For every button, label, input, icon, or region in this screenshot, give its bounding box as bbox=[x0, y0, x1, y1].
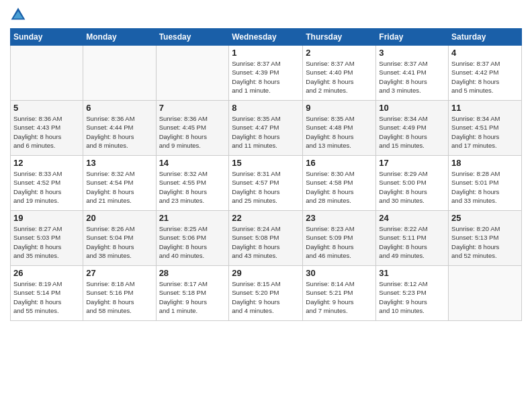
day-info: Sunrise: 8:34 AMSunset: 4:51 PMDaylight:… bbox=[451, 114, 519, 150]
calendar-cell: 24Sunrise: 8:22 AMSunset: 5:11 PMDayligh… bbox=[376, 211, 449, 266]
day-info: Sunrise: 8:37 AMSunset: 4:42 PMDaylight:… bbox=[451, 59, 519, 95]
day-info: Sunrise: 8:37 AMSunset: 4:41 PMDaylight:… bbox=[379, 59, 445, 95]
day-number: 23 bbox=[306, 213, 373, 223]
calendar-cell: 17Sunrise: 8:29 AMSunset: 5:00 PMDayligh… bbox=[376, 156, 449, 211]
calendar-cell: 12Sunrise: 8:33 AMSunset: 4:52 PMDayligh… bbox=[11, 156, 83, 211]
calendar-cell: 6Sunrise: 8:36 AMSunset: 4:44 PMDaylight… bbox=[83, 101, 156, 156]
calendar-cell: 27Sunrise: 8:18 AMSunset: 5:16 PMDayligh… bbox=[83, 266, 156, 321]
calendar-cell: 23Sunrise: 8:23 AMSunset: 5:09 PMDayligh… bbox=[303, 211, 376, 266]
calendar-cell: 5Sunrise: 8:36 AMSunset: 4:43 PMDaylight… bbox=[11, 101, 83, 156]
calendar-cell: 21Sunrise: 8:25 AMSunset: 5:06 PMDayligh… bbox=[156, 211, 229, 266]
calendar-cell: 28Sunrise: 8:17 AMSunset: 5:18 PMDayligh… bbox=[156, 266, 229, 321]
day-of-week-header: Wednesday bbox=[229, 29, 303, 46]
day-number: 13 bbox=[86, 158, 152, 168]
day-info: Sunrise: 8:12 AMSunset: 5:23 PMDaylight:… bbox=[379, 279, 445, 315]
calendar-cell: 29Sunrise: 8:15 AMSunset: 5:20 PMDayligh… bbox=[229, 266, 303, 321]
day-info: Sunrise: 8:34 AMSunset: 4:49 PMDaylight:… bbox=[379, 114, 445, 150]
day-info: Sunrise: 8:22 AMSunset: 5:11 PMDaylight:… bbox=[379, 224, 445, 260]
day-number: 7 bbox=[159, 103, 226, 113]
calendar-cell: 14Sunrise: 8:32 AMSunset: 4:55 PMDayligh… bbox=[156, 156, 229, 211]
day-number: 24 bbox=[379, 213, 445, 223]
calendar-cell bbox=[156, 46, 229, 101]
calendar-cell: 4Sunrise: 8:37 AMSunset: 4:42 PMDaylight… bbox=[449, 46, 522, 101]
day-number: 2 bbox=[306, 48, 373, 58]
day-info: Sunrise: 8:28 AMSunset: 5:01 PMDaylight:… bbox=[451, 169, 519, 205]
calendar-cell: 16Sunrise: 8:30 AMSunset: 4:58 PMDayligh… bbox=[303, 156, 376, 211]
day-info: Sunrise: 8:36 AMSunset: 4:45 PMDaylight:… bbox=[159, 114, 226, 150]
calendar-header-row: SundayMondayTuesdayWednesdayThursdayFrid… bbox=[11, 29, 522, 46]
calendar-week-row: 5Sunrise: 8:36 AMSunset: 4:43 PMDaylight… bbox=[11, 101, 522, 156]
calendar-cell: 2Sunrise: 8:37 AMSunset: 4:40 PMDaylight… bbox=[303, 46, 376, 101]
calendar-cell: 18Sunrise: 8:28 AMSunset: 5:01 PMDayligh… bbox=[449, 156, 522, 211]
day-number: 9 bbox=[306, 103, 373, 113]
calendar-cell: 19Sunrise: 8:27 AMSunset: 5:03 PMDayligh… bbox=[11, 211, 83, 266]
calendar-cell: 25Sunrise: 8:20 AMSunset: 5:13 PMDayligh… bbox=[449, 211, 522, 266]
day-info: Sunrise: 8:26 AMSunset: 5:04 PMDaylight:… bbox=[86, 224, 152, 260]
day-info: Sunrise: 8:37 AMSunset: 4:40 PMDaylight:… bbox=[306, 59, 373, 95]
day-info: Sunrise: 8:36 AMSunset: 4:44 PMDaylight:… bbox=[86, 114, 152, 150]
calendar-week-row: 1Sunrise: 8:37 AMSunset: 4:39 PMDaylight… bbox=[11, 46, 522, 101]
day-number: 28 bbox=[159, 268, 226, 278]
day-info: Sunrise: 8:32 AMSunset: 4:54 PMDaylight:… bbox=[86, 169, 152, 205]
calendar-week-row: 19Sunrise: 8:27 AMSunset: 5:03 PMDayligh… bbox=[11, 211, 522, 266]
day-of-week-header: Tuesday bbox=[156, 29, 229, 46]
calendar-cell: 1Sunrise: 8:37 AMSunset: 4:39 PMDaylight… bbox=[229, 46, 303, 101]
day-number: 15 bbox=[232, 158, 300, 168]
day-info: Sunrise: 8:27 AMSunset: 5:03 PMDaylight:… bbox=[13, 224, 80, 260]
page-container: SundayMondayTuesdayWednesdayThursdayFrid… bbox=[0, 0, 532, 328]
day-number: 12 bbox=[13, 158, 80, 168]
day-info: Sunrise: 8:15 AMSunset: 5:20 PMDaylight:… bbox=[232, 279, 300, 315]
day-info: Sunrise: 8:18 AMSunset: 5:16 PMDaylight:… bbox=[86, 279, 152, 315]
day-info: Sunrise: 8:36 AMSunset: 4:43 PMDaylight:… bbox=[13, 114, 80, 150]
day-info: Sunrise: 8:14 AMSunset: 5:21 PMDaylight:… bbox=[306, 279, 373, 315]
day-of-week-header: Sunday bbox=[11, 29, 83, 46]
calendar-week-row: 12Sunrise: 8:33 AMSunset: 4:52 PMDayligh… bbox=[11, 156, 522, 211]
calendar-cell: 3Sunrise: 8:37 AMSunset: 4:41 PMDaylight… bbox=[376, 46, 449, 101]
calendar-cell bbox=[83, 46, 156, 101]
logo-icon bbox=[10, 7, 26, 23]
day-number: 29 bbox=[232, 268, 300, 278]
header bbox=[10, 7, 522, 23]
day-number: 30 bbox=[306, 268, 373, 278]
day-info: Sunrise: 8:35 AMSunset: 4:47 PMDaylight:… bbox=[232, 114, 300, 150]
day-of-week-header: Thursday bbox=[303, 29, 376, 46]
day-number: 1 bbox=[232, 48, 300, 58]
day-number: 3 bbox=[379, 48, 445, 58]
day-number: 18 bbox=[451, 158, 519, 168]
calendar-cell: 8Sunrise: 8:35 AMSunset: 4:47 PMDaylight… bbox=[229, 101, 303, 156]
day-number: 17 bbox=[379, 158, 445, 168]
day-number: 4 bbox=[451, 48, 519, 58]
day-info: Sunrise: 8:17 AMSunset: 5:18 PMDaylight:… bbox=[159, 279, 226, 315]
calendar-cell bbox=[11, 46, 83, 101]
calendar-cell: 13Sunrise: 8:32 AMSunset: 4:54 PMDayligh… bbox=[83, 156, 156, 211]
day-number: 21 bbox=[159, 213, 226, 223]
day-number: 27 bbox=[86, 268, 152, 278]
calendar-cell: 10Sunrise: 8:34 AMSunset: 4:49 PMDayligh… bbox=[376, 101, 449, 156]
calendar-week-row: 26Sunrise: 8:19 AMSunset: 5:14 PMDayligh… bbox=[11, 266, 522, 321]
calendar-table: SundayMondayTuesdayWednesdayThursdayFrid… bbox=[10, 28, 522, 321]
day-number: 14 bbox=[159, 158, 226, 168]
logo bbox=[10, 7, 29, 23]
day-info: Sunrise: 8:30 AMSunset: 4:58 PMDaylight:… bbox=[306, 169, 373, 205]
day-info: Sunrise: 8:20 AMSunset: 5:13 PMDaylight:… bbox=[451, 224, 519, 260]
day-info: Sunrise: 8:24 AMSunset: 5:08 PMDaylight:… bbox=[232, 224, 300, 260]
day-number: 25 bbox=[451, 213, 519, 223]
calendar-cell bbox=[449, 266, 522, 321]
calendar-cell: 30Sunrise: 8:14 AMSunset: 5:21 PMDayligh… bbox=[303, 266, 376, 321]
day-number: 11 bbox=[451, 103, 519, 113]
day-number: 10 bbox=[379, 103, 445, 113]
day-info: Sunrise: 8:37 AMSunset: 4:39 PMDaylight:… bbox=[232, 59, 300, 95]
calendar-cell: 22Sunrise: 8:24 AMSunset: 5:08 PMDayligh… bbox=[229, 211, 303, 266]
calendar-cell: 26Sunrise: 8:19 AMSunset: 5:14 PMDayligh… bbox=[11, 266, 83, 321]
day-number: 6 bbox=[86, 103, 152, 113]
day-info: Sunrise: 8:35 AMSunset: 4:48 PMDaylight:… bbox=[306, 114, 373, 150]
calendar-cell: 7Sunrise: 8:36 AMSunset: 4:45 PMDaylight… bbox=[156, 101, 229, 156]
day-of-week-header: Saturday bbox=[449, 29, 522, 46]
day-info: Sunrise: 8:25 AMSunset: 5:06 PMDaylight:… bbox=[159, 224, 226, 260]
day-number: 22 bbox=[232, 213, 300, 223]
day-of-week-header: Friday bbox=[376, 29, 449, 46]
day-number: 16 bbox=[306, 158, 373, 168]
calendar-cell: 11Sunrise: 8:34 AMSunset: 4:51 PMDayligh… bbox=[449, 101, 522, 156]
day-of-week-header: Monday bbox=[83, 29, 156, 46]
day-info: Sunrise: 8:33 AMSunset: 4:52 PMDaylight:… bbox=[13, 169, 80, 205]
